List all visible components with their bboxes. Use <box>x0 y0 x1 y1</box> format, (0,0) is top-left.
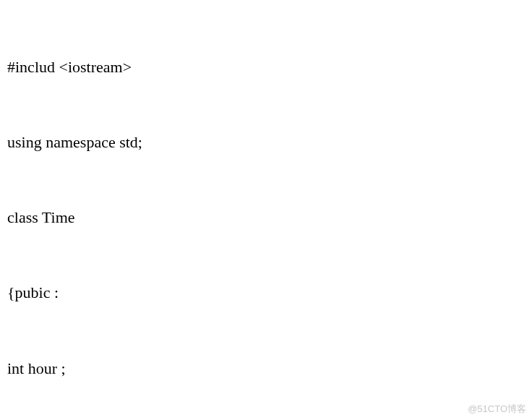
code-line: {pubic : <box>7 280 525 306</box>
watermark-text: @51CTO博客 <box>468 402 526 417</box>
code-line: class Time <box>7 205 525 231</box>
code-block: #includ <iostream> using namespace std; … <box>7 4 525 420</box>
code-line: int hour ; <box>7 356 525 382</box>
code-line: #includ <iostream> <box>7 55 525 80</box>
code-line: using namespace std; <box>7 130 525 155</box>
